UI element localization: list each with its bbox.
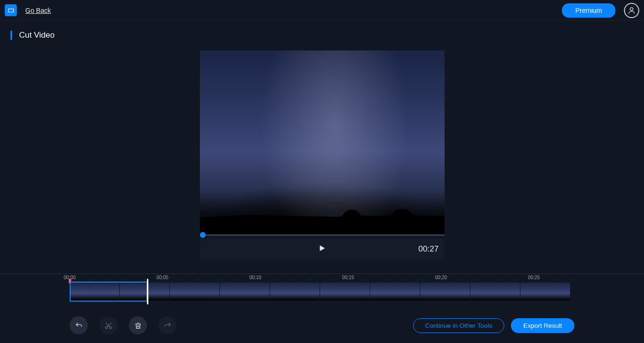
video-frame[interactable] [200, 50, 445, 234]
timeline-thumbnail[interactable] [220, 282, 270, 301]
duration-label: 00:27 [418, 244, 439, 254]
video-progress[interactable] [200, 232, 445, 238]
timeline-thumbnail[interactable] [120, 282, 169, 301]
timeline-clips[interactable] [0, 282, 644, 304]
cut-button[interactable] [99, 316, 117, 334]
delete-button[interactable] [129, 316, 147, 334]
svg-point-2 [630, 8, 633, 10]
premium-button[interactable]: Premium [562, 3, 615, 18]
timeline-thumbnail[interactable] [420, 282, 470, 301]
timeline-thumbnail[interactable] [70, 282, 119, 301]
timeline-thumbnail[interactable] [320, 282, 370, 301]
play-button[interactable] [318, 244, 326, 254]
bottom-toolbar: Continue in Other Tools Export Result [0, 316, 644, 334]
user-avatar[interactable] [624, 3, 639, 18]
app-logo-icon [5, 4, 17, 16]
timeline-thumbnail[interactable] [270, 282, 320, 301]
go-back-link[interactable]: Go Back [25, 7, 51, 14]
timeline-ruler[interactable]: 00:0000:0500:1000:1500:2000:25 [0, 273, 644, 280]
title-accent-bar [10, 30, 12, 40]
header: Go Back Premium [0, 0, 644, 21]
svg-rect-1 [9, 9, 13, 11]
progress-handle[interactable] [200, 232, 206, 238]
undo-button[interactable] [70, 316, 88, 334]
timeline-thumbnail[interactable] [370, 282, 420, 301]
timeline-thumbnail[interactable] [520, 282, 570, 301]
continue-other-tools-button[interactable]: Continue in Other Tools [413, 318, 504, 333]
player-controls: 00:27 [200, 238, 445, 260]
selection-start-marker[interactable] [69, 279, 71, 283]
svg-point-4 [109, 326, 111, 328]
timeline-thumbnail[interactable] [470, 282, 520, 301]
video-preview-area: 00:27 [200, 50, 445, 260]
export-result-button[interactable]: Export Result [511, 318, 574, 333]
page-title: Cut Video [19, 30, 54, 40]
redo-button[interactable] [158, 316, 177, 334]
timeline: 00:0000:0500:1000:1500:2000:25 [0, 273, 644, 304]
timeline-thumbnail[interactable] [170, 282, 219, 301]
section-header: Cut Video [0, 21, 644, 45]
svg-point-3 [105, 326, 107, 328]
